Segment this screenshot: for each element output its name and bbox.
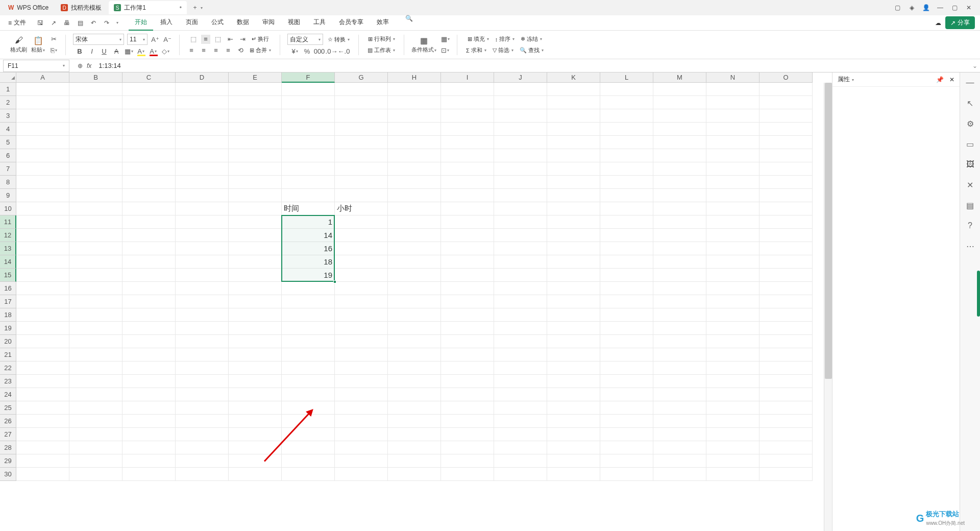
column-header[interactable]: M xyxy=(653,73,706,83)
cell[interactable] xyxy=(494,282,547,295)
decrease-font-icon[interactable]: A⁻ xyxy=(163,35,172,44)
cell[interactable] xyxy=(388,269,441,282)
cell[interactable] xyxy=(653,215,706,229)
cell[interactable] xyxy=(600,454,653,468)
cell[interactable] xyxy=(760,176,813,189)
cell[interactable] xyxy=(547,415,600,428)
cell[interactable] xyxy=(16,322,69,335)
cell[interactable] xyxy=(706,308,760,322)
cell[interactable] xyxy=(760,215,813,229)
cell[interactable] xyxy=(494,202,547,215)
cell[interactable] xyxy=(441,388,494,401)
cell[interactable] xyxy=(706,322,760,335)
cell[interactable] xyxy=(16,123,69,136)
cell[interactable] xyxy=(388,335,441,348)
row-header[interactable]: 19 xyxy=(0,322,16,335)
cell[interactable] xyxy=(494,215,547,229)
cell[interactable] xyxy=(16,441,69,454)
cell[interactable] xyxy=(176,123,229,136)
cell[interactable] xyxy=(69,215,122,229)
cell[interactable] xyxy=(122,375,176,388)
orientation-icon[interactable]: ⟲ xyxy=(236,46,245,55)
cell[interactable] xyxy=(760,202,813,215)
cell[interactable] xyxy=(760,441,813,454)
cell[interactable] xyxy=(653,149,706,162)
cell[interactable]: 14 xyxy=(282,229,335,242)
tab-menu-dropdown[interactable]: ▾ xyxy=(201,6,203,10)
cell[interactable] xyxy=(706,415,760,428)
cell[interactable] xyxy=(122,388,176,401)
cell[interactable] xyxy=(229,149,282,162)
cell[interactable] xyxy=(653,322,706,335)
undo-icon[interactable]: ↶ xyxy=(89,19,97,27)
align-center-icon[interactable]: ≡ xyxy=(199,46,208,55)
cell[interactable] xyxy=(335,308,388,322)
cell[interactable] xyxy=(494,109,547,123)
cell[interactable] xyxy=(122,136,176,149)
align-right-icon[interactable]: ≡ xyxy=(211,46,220,55)
cell[interactable] xyxy=(760,361,813,375)
cell[interactable] xyxy=(122,282,176,295)
cell[interactable] xyxy=(441,308,494,322)
cell[interactable] xyxy=(69,468,122,481)
cell[interactable] xyxy=(335,136,388,149)
cell[interactable] xyxy=(653,229,706,242)
tab-wps-office[interactable]: W WPS Office xyxy=(3,1,54,14)
cell[interactable] xyxy=(494,441,547,454)
cell[interactable] xyxy=(16,454,69,468)
cell[interactable] xyxy=(16,109,69,123)
cell[interactable] xyxy=(441,202,494,215)
cell[interactable] xyxy=(122,322,176,335)
cell[interactable]: 19 xyxy=(282,269,335,282)
cell[interactable] xyxy=(441,123,494,136)
font-name-select[interactable]: 宋体▾ xyxy=(73,34,124,45)
comma-icon[interactable]: 000 xyxy=(315,46,324,56)
cell[interactable] xyxy=(653,123,706,136)
cell[interactable] xyxy=(229,96,282,109)
row-header[interactable]: 7 xyxy=(0,162,16,176)
cell[interactable] xyxy=(600,136,653,149)
cell[interactable] xyxy=(176,415,229,428)
cell[interactable] xyxy=(229,361,282,375)
cell[interactable] xyxy=(547,361,600,375)
menu-tab-review[interactable]: 审阅 xyxy=(256,15,281,31)
cell[interactable] xyxy=(706,189,760,202)
cell[interactable] xyxy=(229,468,282,481)
cell[interactable]: 18 xyxy=(282,255,335,269)
cell[interactable] xyxy=(282,149,335,162)
cell[interactable] xyxy=(122,109,176,123)
row-header[interactable]: 20 xyxy=(0,335,16,348)
cell[interactable] xyxy=(600,441,653,454)
cell[interactable] xyxy=(16,308,69,322)
hamburger-menu[interactable]: ≡ 文件 xyxy=(5,17,29,29)
cell[interactable] xyxy=(229,415,282,428)
sort-button[interactable]: ↕ 排序▾ xyxy=(494,34,517,44)
cell[interactable] xyxy=(653,162,706,176)
cell[interactable] xyxy=(69,428,122,441)
cell[interactable] xyxy=(494,176,547,189)
row-header[interactable]: 10 xyxy=(0,202,16,215)
column-header[interactable]: K xyxy=(547,73,600,83)
cell[interactable] xyxy=(176,375,229,388)
cell[interactable] xyxy=(494,322,547,335)
cell[interactable] xyxy=(653,295,706,308)
cell[interactable] xyxy=(600,282,653,295)
row-header[interactable]: 5 xyxy=(0,136,16,149)
menu-tab-efficiency[interactable]: 效率 xyxy=(371,15,395,31)
cell[interactable] xyxy=(229,441,282,454)
cell[interactable] xyxy=(176,176,229,189)
cell[interactable] xyxy=(494,189,547,202)
column-header[interactable]: E xyxy=(229,73,282,83)
cell[interactable] xyxy=(388,375,441,388)
cell[interactable] xyxy=(69,388,122,401)
cell[interactable] xyxy=(706,428,760,441)
cell[interactable] xyxy=(441,348,494,361)
rail-scroll-thumb[interactable] xyxy=(977,271,980,317)
maximize-button[interactable]: ▢ xyxy=(950,4,959,12)
row-header[interactable]: 1 xyxy=(0,83,16,96)
cell[interactable] xyxy=(706,162,760,176)
align-left-icon[interactable]: ≡ xyxy=(187,46,196,55)
cell[interactable] xyxy=(600,322,653,335)
cell[interactable] xyxy=(335,322,388,335)
cell[interactable] xyxy=(706,348,760,361)
